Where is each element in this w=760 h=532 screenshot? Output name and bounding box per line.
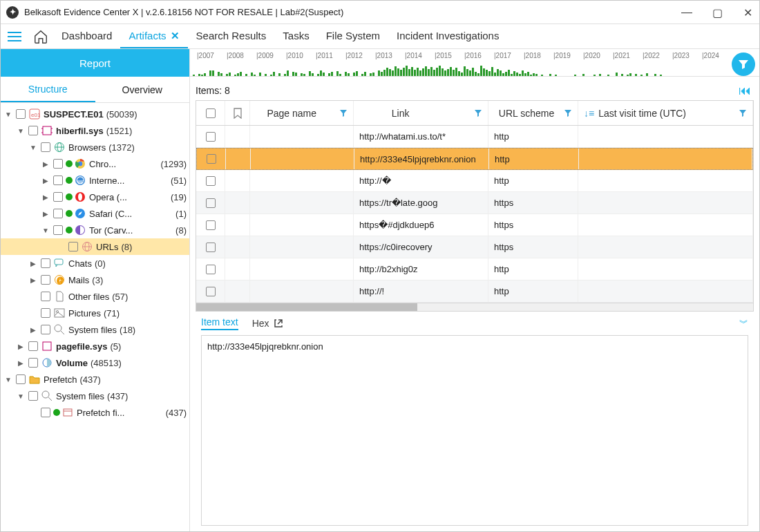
filter-icon[interactable] [564, 109, 572, 117]
table-row[interactable]: http://whatami.us.to/t*http [196, 126, 753, 148]
checkbox[interactable] [41, 258, 50, 268]
row-checkbox[interactable] [206, 265, 216, 274]
close-button[interactable]: ✕ [740, 6, 755, 19]
table-row[interactable]: https://c0irecoveryhttps [196, 236, 753, 258]
expand-icon[interactable]: ▶ [28, 260, 38, 267]
row-checkbox[interactable] [206, 132, 216, 142]
tab-tasks[interactable]: Tasks [274, 24, 317, 48]
bookmark-column-icon[interactable] [225, 101, 250, 125]
checkbox[interactable] [28, 358, 38, 368]
items-table[interactable]: Page name Link URL scheme ↓≡Last visit t… [196, 100, 754, 303]
expand-icon[interactable]: ▶ [28, 276, 38, 284]
svg-rect-20 [55, 259, 63, 265]
tab-artifacts[interactable]: Artifacts✕ [120, 24, 187, 48]
close-tab-icon[interactable]: ✕ [171, 30, 180, 42]
magnify-icon [41, 390, 53, 402]
tab-file-system[interactable]: File System [318, 24, 388, 48]
table-row[interactable]: http://�http [196, 170, 753, 192]
expand-icon[interactable]: ▶ [16, 359, 26, 367]
status-dot-icon [66, 160, 73, 167]
checkbox[interactable] [41, 325, 50, 334]
table-row[interactable]: http://b2xhig0zhttp [196, 258, 753, 281]
checkbox[interactable] [53, 209, 63, 218]
row-checkbox[interactable] [206, 198, 216, 208]
row-checkbox[interactable] [207, 154, 216, 164]
artifact-tree[interactable]: ▼e01SUSPECT.E01(50039) ▼hiberfil.sys(152… [1, 103, 189, 531]
table-row[interactable]: https://tr�late.googhttps [196, 192, 753, 214]
collapse-panel-button[interactable]: ︾ [739, 317, 748, 330]
tab-hex[interactable]: Hex [252, 318, 283, 329]
column-page-name[interactable]: Page name [250, 101, 354, 125]
checkbox[interactable] [41, 292, 50, 301]
maximize-button[interactable]: ▢ [710, 6, 725, 19]
expand-icon[interactable]: ▼ [28, 144, 38, 151]
row-checkbox[interactable] [206, 176, 216, 186]
status-dot-icon [53, 409, 60, 416]
table-row[interactable]: http://!http [196, 281, 753, 303]
timeline-filter-button[interactable] [732, 53, 755, 76]
items-count-label: Items: 8 [196, 85, 230, 96]
checkbox[interactable] [16, 109, 26, 119]
sort-icon[interactable]: ↓≡ [584, 108, 594, 119]
filter-icon[interactable] [474, 109, 482, 117]
expand-icon[interactable]: ▶ [41, 193, 50, 201]
row-checkbox[interactable] [206, 287, 216, 296]
minimize-button[interactable]: — [679, 6, 694, 19]
tab-overview[interactable]: Overview [95, 77, 190, 102]
horizontal-scrollbar[interactable] [196, 303, 754, 312]
folder-icon [28, 373, 41, 386]
home-button[interactable] [28, 29, 53, 44]
tab-search-results[interactable]: Search Results [188, 24, 275, 48]
checkbox[interactable] [28, 391, 38, 401]
expand-icon[interactable]: ▶ [41, 160, 50, 168]
checkbox[interactable] [53, 192, 63, 202]
filter-icon[interactable] [339, 109, 348, 117]
checkbox[interactable] [16, 374, 26, 384]
tab-item-text[interactable]: Item text [201, 316, 238, 330]
checkbox[interactable] [53, 225, 63, 235]
select-all-checkbox[interactable] [206, 108, 216, 118]
expand-icon[interactable]: ▼ [16, 127, 26, 135]
svg-point-25 [55, 325, 61, 332]
column-url-scheme[interactable]: URL scheme [488, 101, 578, 125]
row-checkbox[interactable] [206, 220, 216, 230]
file-icon [53, 290, 66, 303]
column-link[interactable]: Link [354, 101, 488, 125]
checkbox[interactable] [53, 175, 63, 185]
timeline[interactable]: |2007|2008|2009|2010|2011|2012|2013|2014… [190, 49, 728, 76]
checkbox[interactable] [41, 408, 50, 417]
tree-node-urls[interactable]: URLs(8) [1, 238, 189, 255]
checkbox[interactable] [28, 126, 38, 135]
timeline-year: |2010 [286, 52, 303, 59]
expand-icon[interactable]: ▼ [3, 111, 13, 118]
expand-icon[interactable]: ▼ [16, 392, 26, 400]
checkbox[interactable] [41, 275, 50, 285]
checkbox[interactable] [53, 159, 63, 169]
cell-link: http://b2xhig0z [354, 258, 488, 280]
column-last-visit[interactable]: ↓≡Last visit time (UTC) [578, 101, 753, 125]
menu-button[interactable] [1, 32, 28, 41]
table-row[interactable]: http://333e45lpjqrebknr.onionhttp [196, 148, 753, 170]
checkbox[interactable] [41, 308, 50, 318]
expand-icon[interactable]: ▶ [28, 326, 38, 334]
report-button[interactable]: Report [1, 49, 189, 77]
expand-icon[interactable]: ▼ [3, 376, 13, 383]
filter-icon[interactable] [739, 109, 747, 117]
prefetch-icon [61, 406, 74, 419]
tab-incident[interactable]: Incident Investigations [388, 24, 507, 48]
checkbox[interactable] [41, 142, 50, 152]
tab-structure[interactable]: Structure [1, 77, 95, 102]
timeline-year: |2024 [702, 52, 719, 59]
expand-icon[interactable]: ▶ [16, 343, 26, 350]
timeline-year: |2018 [524, 52, 541, 59]
row-checkbox[interactable] [206, 243, 216, 252]
svg-text:e01: e01 [31, 112, 40, 118]
first-page-button[interactable]: ⏮ [739, 84, 754, 98]
expand-icon[interactable]: ▼ [41, 227, 50, 234]
table-row[interactable]: https�#djdkduep6https [196, 214, 753, 236]
checkbox[interactable] [68, 242, 78, 251]
checkbox[interactable] [28, 341, 38, 351]
expand-icon[interactable]: ▶ [41, 177, 50, 184]
tab-dashboard[interactable]: Dashboard [53, 24, 120, 48]
expand-icon[interactable]: ▶ [41, 210, 50, 218]
